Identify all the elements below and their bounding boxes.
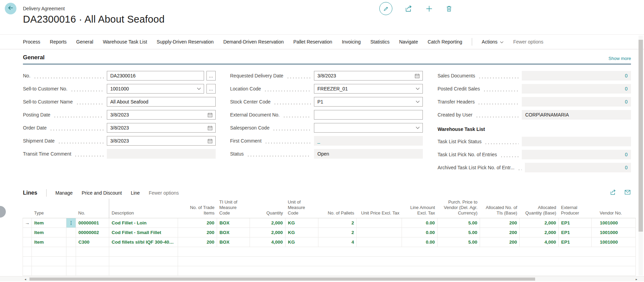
row-menu-cell[interactable] — [66, 237, 76, 247]
archived-task-list-pick-drilldown[interactable]: 0 — [625, 165, 628, 170]
col-line-amount-excl-tax[interactable]: Line Amount Excl. Tax — [402, 199, 438, 218]
add-button[interactable] — [425, 5, 433, 13]
lines-menu-price-and-discount[interactable]: Price and Discount — [81, 190, 122, 196]
scroll-left-icon[interactable]: ◂ — [23, 277, 28, 282]
delete-button[interactable] — [445, 5, 453, 12]
scroll-right-icon[interactable]: ▸ — [634, 277, 639, 282]
cell-unit-price[interactable] — [357, 218, 402, 228]
col-allocated-no-of-tis[interactable]: Allocated No. of TIs (Base) — [480, 199, 520, 218]
menu-item-supply-driven-reservation[interactable]: Supply-Driven Reservation — [157, 39, 214, 45]
transfer-headers-drilldown[interactable]: 0 — [625, 99, 628, 105]
row-menu-cell[interactable] — [66, 228, 76, 237]
menu-item-warehouse-task-list[interactable]: Warehouse Task List — [103, 39, 147, 45]
cell-external-producer[interactable]: EP1 — [559, 237, 592, 247]
cell-no[interactable]: C300 — [76, 237, 109, 247]
lines-menu-manage[interactable]: Manage — [55, 190, 73, 196]
sell-to-customer-no-input[interactable] — [107, 84, 204, 94]
posted-credit-sales-drilldown[interactable]: 0 — [625, 86, 628, 91]
cell-type[interactable]: Item — [32, 228, 66, 237]
col-vendor-no[interactable]: Vendor No. — [592, 199, 636, 218]
cell-line-amount[interactable]: 0.00 — [402, 237, 438, 247]
cell-external-producer[interactable]: EP1 — [559, 218, 592, 228]
share-icon[interactable] — [610, 189, 617, 197]
external-document-no-input[interactable] — [314, 110, 423, 120]
breadcrumb[interactable]: Delivery Agreement — [23, 6, 65, 11]
menu-item-reports[interactable]: Reports — [50, 39, 67, 45]
cell-type[interactable]: Item — [32, 218, 66, 228]
cell-unit-price[interactable] — [357, 228, 402, 237]
col-no-of-pallets[interactable]: No. of Pallets — [318, 199, 357, 218]
shipment-date-input[interactable] — [107, 136, 216, 146]
horizontal-scrollbar-thumb[interactable] — [29, 278, 535, 281]
menu-item-process[interactable]: Process — [23, 39, 40, 45]
cell-ti-uom[interactable]: BOX — [217, 228, 250, 237]
show-more-link[interactable]: Show more — [608, 56, 631, 61]
location-code-input[interactable] — [314, 84, 423, 94]
requested-delivery-date-input[interactable] — [314, 71, 423, 81]
cell-uom[interactable]: KG — [286, 218, 318, 228]
cell-vendor-no[interactable]: 1001000 — [592, 228, 636, 237]
cell-uom[interactable]: KG — [286, 237, 318, 247]
cell-vendor-no[interactable]: 1001000 — [592, 218, 636, 228]
cell-allocated-qty[interactable]: 2,000 — [520, 218, 559, 228]
sales-documents-drilldown[interactable]: 0 — [625, 73, 628, 78]
menu-item-general[interactable]: General — [76, 39, 93, 45]
sell-to-customer-assist-button[interactable]: … — [206, 84, 216, 94]
lines-fewer-options[interactable]: Fewer options — [149, 190, 179, 196]
cell-pallets[interactable]: 2 — [318, 228, 357, 237]
stock-center-code-input[interactable] — [314, 97, 423, 107]
cell-line-amount[interactable]: 0.00 — [402, 228, 438, 237]
salesperson-code-input[interactable] — [314, 123, 423, 133]
cell-allocated-qty[interactable]: 2,000 — [520, 228, 559, 237]
col-allocated-quantity[interactable]: Allocated Quantity (Base) — [520, 199, 559, 218]
cell-description[interactable]: Cod Fillet - Small Fillet — [109, 228, 178, 237]
cell-pallets[interactable]: 4 — [318, 237, 357, 247]
lines-menu-line[interactable]: Line — [131, 190, 140, 196]
cell-allocated-tis[interactable]: 200 — [480, 228, 520, 237]
share-button[interactable] — [405, 4, 413, 13]
first-comment-link[interactable]: _ — [317, 138, 320, 144]
menu-item-pallet-reservation[interactable]: Pallet Reservation — [293, 39, 332, 45]
menu-fewer-options[interactable]: Fewer options — [513, 39, 543, 45]
mail-icon[interactable] — [624, 189, 631, 197]
cell-quantity[interactable]: 4,000 — [250, 237, 286, 247]
col-external-producer[interactable]: External Producer — [559, 199, 592, 218]
cell-allocated-tis[interactable]: 200 — [480, 237, 520, 247]
menu-actions-dropdown[interactable]: Actions — [482, 39, 504, 45]
col-ti-unit-of-measure-code[interactable]: TI Unit of Measure Code — [217, 199, 250, 218]
col-unit-of-measure-code[interactable]: Unit of Measure Code — [286, 199, 318, 218]
col-description[interactable]: Description — [109, 199, 178, 218]
side-pane-handle[interactable] — [0, 206, 6, 218]
cell-line-amount[interactable]: 0.00 — [402, 218, 438, 228]
cell-trade-items[interactable]: 200 — [178, 228, 217, 237]
col-quantity[interactable]: Quantity — [250, 199, 286, 218]
cell-unit-price[interactable] — [357, 237, 402, 247]
cell-type[interactable]: Item — [32, 237, 66, 247]
cell-allocated-qty[interactable]: 4,000 — [520, 237, 559, 247]
col-type[interactable]: Type — [32, 199, 66, 218]
cell-trade-items[interactable]: 200 — [178, 218, 217, 228]
row-menu-kebab-icon[interactable]: ⋮ — [66, 218, 76, 228]
cell-ti-uom[interactable]: BOX — [217, 237, 250, 247]
cell-purch-price[interactable]: 5.00 — [438, 228, 480, 237]
col-no-of-trade-items[interactable]: No. of Trade Items — [178, 199, 217, 218]
cell-purch-price[interactable]: 5.00 — [438, 237, 480, 247]
cell-allocated-tis[interactable]: 200 — [480, 218, 520, 228]
edit-button[interactable] — [379, 2, 392, 15]
cell-quantity[interactable]: 2,000 — [250, 218, 286, 228]
no-assist-button[interactable]: … — [206, 71, 216, 81]
vertical-scrollbar[interactable] — [639, 36, 643, 275]
cell-external-producer[interactable]: EP1 — [559, 228, 592, 237]
cell-uom[interactable]: KG — [286, 228, 318, 237]
cell-ti-uom[interactable]: BOX — [217, 218, 250, 228]
menu-item-navigate[interactable]: Navigate — [399, 39, 418, 45]
cell-quantity[interactable]: 2,000 — [250, 228, 286, 237]
horizontal-scrollbar[interactable]: ◂ ▸ — [0, 276, 644, 281]
back-button[interactable] — [5, 3, 16, 14]
cell-trade-items[interactable]: 200 — [178, 237, 217, 247]
cell-description[interactable]: Cod fillets sl/bl IQF 300-400 ... — [109, 237, 178, 247]
cell-no[interactable]: 00000001 — [76, 218, 109, 228]
col-unit-price-excl-tax[interactable]: Unit Price Excl. Tax — [357, 199, 402, 218]
sell-to-customer-name-input[interactable] — [107, 97, 216, 107]
posting-date-input[interactable] — [107, 110, 216, 120]
